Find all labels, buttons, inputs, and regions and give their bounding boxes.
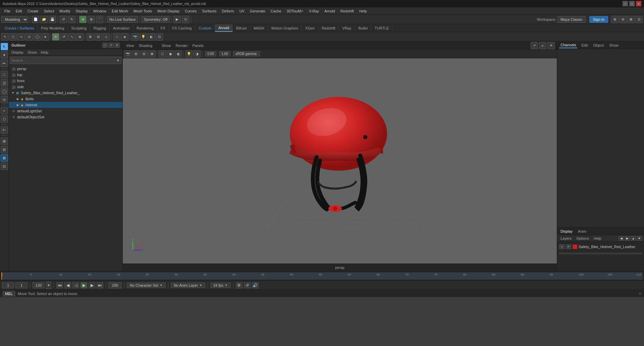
tab-animation[interactable]: Animation: [110, 24, 133, 32]
frame-current-field[interactable]: [15, 282, 28, 288]
vp-tb-layout-h[interactable]: ⊟: [140, 50, 148, 58]
menu-window[interactable]: Window: [91, 8, 109, 14]
select-mode-button[interactable]: ⊕: [79, 16, 87, 23]
close-button[interactable]: ✕: [636, 1, 641, 6]
script-lang-label[interactable]: MEL: [3, 291, 15, 296]
measure-tool[interactable]: ⊢: [1, 126, 8, 134]
tab-redshift[interactable]: Redshift: [318, 24, 339, 32]
layer-row-safety-bike[interactable]: V P Safety_Bike_Helmet_Red_Leather: [558, 243, 643, 250]
menu-vray[interactable]: V-Ray: [307, 8, 321, 14]
frame-range-end-field[interactable]: [33, 282, 45, 288]
crease-tool[interactable]: ⌁: [1, 107, 8, 114]
step-back-button[interactable]: ◀: [64, 282, 71, 288]
lasso-tool[interactable]: ∿: [17, 33, 25, 41]
menu-file[interactable]: File: [2, 8, 13, 14]
move-tool[interactable]: ✛: [52, 33, 59, 41]
rp-tab-object[interactable]: Object: [592, 43, 605, 48]
tab-fx[interactable]: FX: [157, 24, 169, 32]
paint-select-tool[interactable]: ⬡: [9, 33, 17, 41]
vp-menu-lighting[interactable]: [156, 45, 158, 46]
no-character-arrow[interactable]: ▼: [160, 284, 163, 287]
tree-item-front[interactable]: 🎥 front: [9, 78, 122, 84]
tab-motion-graphics[interactable]: Motion Graphics: [268, 24, 302, 32]
tab-curves-surfaces[interactable]: Curves / Surfaces: [1, 24, 38, 32]
sculpt-tool[interactable]: ✦: [1, 51, 8, 59]
render-button[interactable]: ▶: [173, 16, 181, 23]
vp-menu-render[interactable]: Render: [174, 43, 189, 48]
vp-corner-btn3[interactable]: ✕: [547, 42, 555, 49]
vp-tb-cam[interactable]: 📷: [124, 50, 131, 58]
timeline-ruler[interactable]: 1 5 10 15 20 25 30 35 40 45 50 55 60 65 …: [1, 272, 643, 280]
menu-cache[interactable]: Cache: [268, 8, 284, 14]
circle-tool[interactable]: ◯: [34, 33, 41, 41]
tree-item-helmet[interactable]: ▶ ◈ Helmet: [9, 102, 122, 108]
timeline-playhead[interactable]: [1, 272, 2, 280]
tab-rendering[interactable]: Rendering: [133, 24, 157, 32]
universal-tool[interactable]: ⊕: [76, 33, 84, 41]
frame-start-field[interactable]: [2, 282, 14, 288]
cam-persp-btn[interactable]: 📷: [131, 33, 139, 41]
settings-btn[interactable]: ⚙: [236, 282, 243, 288]
pb-btn-extra1[interactable]: ↺: [244, 282, 251, 288]
tree-item-top[interactable]: 🎥 top: [9, 72, 122, 78]
menu-select[interactable]: Select: [42, 8, 57, 14]
vp-tb-layout-4[interactable]: ⊞: [132, 50, 140, 58]
tab-poly-modeling[interactable]: Poly Modeling: [38, 24, 68, 32]
save-file-button[interactable]: 💾: [49, 16, 56, 23]
tab-turtle[interactable]: TURTLE: [371, 24, 393, 32]
outliner-menu-show[interactable]: Show: [26, 50, 38, 55]
layer-v-btn[interactable]: V: [559, 244, 565, 249]
loop-sel[interactable]: ◯: [1, 88, 8, 95]
layers-scroll-r[interactable]: ▶: [625, 236, 630, 241]
outliner-search-input[interactable]: [11, 58, 116, 62]
tab-arnold[interactable]: Arnold: [215, 24, 233, 32]
layers-scroll-track[interactable]: [558, 252, 643, 254]
scale-tool[interactable]: ⤡: [68, 33, 75, 41]
snap-curve-button[interactable]: ⌒: [96, 16, 103, 23]
outliner-menu-help[interactable]: Help: [40, 50, 50, 55]
play-fwd-button[interactable]: ▶: [80, 282, 87, 288]
xray-btn[interactable]: ⊡: [156, 33, 163, 41]
menu-uv[interactable]: UV: [237, 8, 247, 14]
tree-item-persp[interactable]: 🎥 persp: [9, 66, 122, 72]
go-end-button[interactable]: ⏭: [97, 282, 103, 288]
outliner-collapse-btn[interactable]: ↗: [108, 43, 114, 48]
outliner-search-bar[interactable]: ▼: [10, 57, 121, 64]
menu-generate[interactable]: Generate: [248, 8, 268, 14]
tab-rigging[interactable]: Rigging: [90, 24, 110, 32]
gamma-input-r[interactable]: [219, 51, 230, 56]
new-file-button[interactable]: 📄: [32, 16, 39, 23]
vp-corner-btn2[interactable]: ↙: [539, 42, 546, 49]
right-icon-1[interactable]: ⊞: [611, 16, 619, 23]
layers-scroll-l[interactable]: ◀: [619, 236, 624, 241]
layout-b[interactable]: ⊟: [1, 146, 8, 153]
right-icon-2[interactable]: ⊟: [619, 16, 627, 23]
menu-mesh-tools[interactable]: Mesh Tools: [131, 8, 154, 14]
lp-tab-display[interactable]: Display: [559, 229, 574, 234]
window-controls[interactable]: ─ □ ✕: [623, 1, 641, 6]
pb-btn-extra2[interactable]: 🔊: [252, 282, 259, 288]
layout-a[interactable]: ⊞: [1, 137, 8, 145]
redo-button[interactable]: ↻: [68, 16, 75, 23]
layer-p-btn[interactable]: P: [566, 244, 571, 249]
vp-tb-smooth[interactable]: ◉: [167, 50, 174, 58]
vp-menu-shading[interactable]: Shading: [138, 43, 154, 48]
sign-in-button[interactable]: Sign In: [589, 16, 608, 23]
bevel-tool[interactable]: ⬡: [1, 115, 8, 123]
tab-sculpting[interactable]: Sculpting: [68, 24, 90, 32]
soft-select-tool[interactable]: ⊙: [25, 33, 33, 41]
go-start-button[interactable]: ⏮: [56, 282, 63, 288]
vp-tb-lights[interactable]: 💡: [185, 50, 193, 58]
menu-3dtouall[interactable]: 3DTouAll~: [284, 8, 306, 14]
right-icon-4[interactable]: ⊡: [635, 16, 643, 23]
layers-menu-options[interactable]: Options: [575, 236, 590, 241]
snap-to-grid[interactable]: ⊟: [95, 33, 102, 41]
gamma-input-l[interactable]: [205, 51, 216, 56]
tab-custom[interactable]: Custom: [195, 24, 215, 32]
layers-scroll-u[interactable]: ▲: [631, 236, 636, 241]
disk-tool[interactable]: ●: [42, 33, 49, 41]
rp-tab-show[interactable]: Show: [608, 43, 620, 48]
tab-mash[interactable]: MASH: [250, 24, 268, 32]
workspace-name-display[interactable]: Maya Classic: [557, 16, 585, 23]
menu-curves[interactable]: Curves: [182, 8, 199, 14]
